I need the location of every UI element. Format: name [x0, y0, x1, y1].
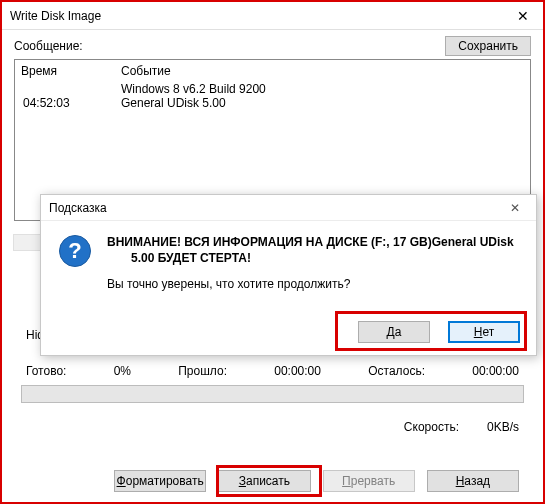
log-row: 04:52:03 General UDisk 5.00: [21, 96, 524, 110]
elapsed-value: 00:00:00: [274, 364, 321, 378]
main-window: Write Disk Image ✕ Сообщение: Сохранить …: [0, 0, 545, 504]
log-cell-time: 04:52:03: [21, 96, 121, 110]
dialog-question: Вы точно уверены, что хотите продолжить?: [107, 277, 518, 291]
progress-row: Готово: 0% Прошло: 00:00:00 Осталось: 00…: [26, 364, 519, 378]
no-button[interactable]: Нет: [448, 321, 520, 343]
log-cell-event: Windows 8 v6.2 Build 9200: [121, 82, 524, 96]
back-button[interactable]: Назад: [427, 470, 519, 492]
remain-value: 00:00:00: [472, 364, 519, 378]
ready-label: Готово:: [26, 364, 66, 378]
log-cell-time: [21, 82, 121, 96]
progress-bar: [21, 385, 524, 403]
format-button[interactable]: Форматировать: [114, 470, 206, 492]
question-icon: ?: [59, 235, 91, 267]
titlebar[interactable]: Write Disk Image ✕: [2, 2, 543, 30]
speed-label: Скорость:: [404, 420, 459, 434]
dialog-title: Подсказка: [49, 201, 107, 215]
dialog-warning-line1b: 5.00 БУДЕТ СТЕРТА!: [107, 251, 518, 265]
log-col-time: Время: [21, 64, 121, 78]
progress-percent: 0%: [114, 364, 131, 378]
log-row: Windows 8 v6.2 Build 9200: [21, 82, 524, 96]
write-button[interactable]: Записать: [218, 470, 310, 492]
dialog-close-button[interactable]: ✕: [500, 201, 530, 215]
window-close-button[interactable]: ✕: [503, 2, 543, 30]
button-row: Форматировать Записать Прервать Назад: [114, 470, 519, 492]
abort-button: Прервать: [323, 470, 415, 492]
speed-row: Скорость: 0KB/s: [404, 420, 519, 434]
log-cell-event: General UDisk 5.00: [121, 96, 524, 110]
yes-button[interactable]: Да: [358, 321, 430, 343]
elapsed-label: Прошло:: [178, 364, 227, 378]
close-icon: ✕: [517, 8, 529, 24]
window-title: Write Disk Image: [10, 9, 101, 23]
message-label: Сообщение:: [14, 39, 83, 53]
remain-label: Осталось:: [368, 364, 425, 378]
save-button[interactable]: Сохранить: [445, 36, 531, 56]
close-icon: ✕: [510, 201, 520, 215]
dialog-titlebar[interactable]: Подсказка ✕: [41, 195, 536, 221]
speed-value: 0KB/s: [487, 420, 519, 434]
confirm-dialog: Подсказка ✕ ? ВНИМАНИЕ! ВСЯ ИНФОРМАЦИЯ Н…: [40, 194, 537, 356]
log-col-event: Событие: [121, 64, 524, 78]
dialog-warning-line1: ВНИМАНИЕ! ВСЯ ИНФОРМАЦИЯ НА ДИСКЕ (F:, 1…: [107, 235, 518, 249]
